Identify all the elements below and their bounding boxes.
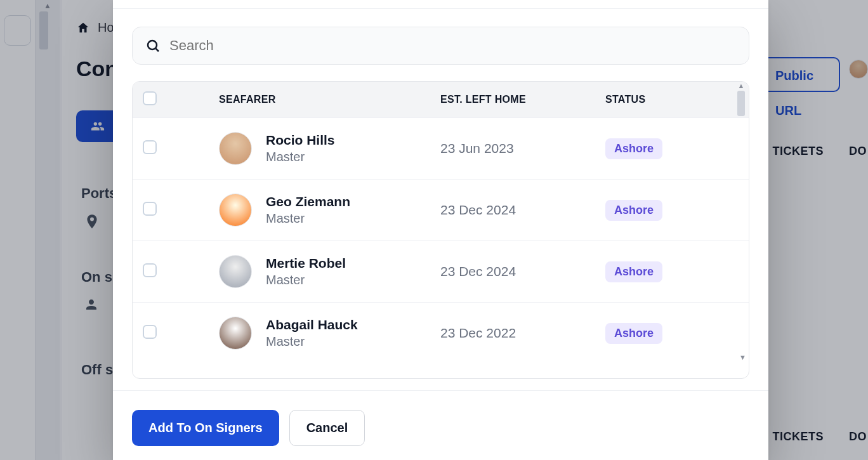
scroll-thumb[interactable] xyxy=(737,91,745,116)
est-left-home-value: 23 Jun 2023 xyxy=(440,141,605,156)
seafarer-role: Master xyxy=(266,211,350,226)
seafarer-name: Geo Ziemann xyxy=(266,194,350,209)
seafarer-role: Master xyxy=(266,334,358,349)
scroll-down-icon[interactable]: ▼ xyxy=(739,353,746,361)
seafarer-cell: Rocio Hills Master xyxy=(219,132,440,165)
row-checkbox[interactable] xyxy=(143,202,157,216)
seafarer-table: SEAFARER EST. LEFT HOME STATUS ▲ Rocio H… xyxy=(132,81,749,379)
seafarer-role: Master xyxy=(266,273,346,287)
table-header: SEAFARER EST. LEFT HOME STATUS ▲ xyxy=(133,82,749,117)
row-checkbox[interactable] xyxy=(143,140,157,154)
select-seafarer-modal: SEAFARER EST. LEFT HOME STATUS ▲ Rocio H… xyxy=(113,0,768,460)
seafarer-cell: Abagail Hauck Master xyxy=(219,317,440,350)
svg-line-1 xyxy=(156,49,159,51)
table-scrollbar[interactable]: ▲ xyxy=(736,82,746,117)
status-badge: Ashore xyxy=(605,138,662,159)
seafarer-name: Rocio Hills xyxy=(266,133,335,148)
avatar xyxy=(219,317,252,350)
table-row[interactable]: Rocio Hills Master 23 Jun 2023 Ashore xyxy=(133,117,749,179)
search-icon xyxy=(145,38,161,53)
seafarer-name: Abagail Hauck xyxy=(266,317,358,332)
cancel-button[interactable]: Cancel xyxy=(289,410,365,446)
table-row[interactable]: Geo Ziemann Master 23 Dec 2024 Ashore xyxy=(133,179,749,240)
est-left-home-value: 23 Dec 2024 xyxy=(440,202,605,218)
col-seafarer: SEAFARER xyxy=(219,94,440,105)
est-left-home-value: 23 Dec 2022 xyxy=(440,325,605,341)
col-status: STATUS xyxy=(605,94,739,105)
search-input[interactable] xyxy=(169,37,736,54)
modal-footer: Add To On Signers Cancel xyxy=(113,391,768,460)
seafarer-cell: Mertie Robel Master xyxy=(219,255,440,288)
est-left-home-value: 23 Dec 2024 xyxy=(440,264,605,279)
avatar xyxy=(219,132,252,165)
table-rows: Rocio Hills Master 23 Jun 2023 Ashore Ge… xyxy=(133,117,749,364)
col-est-left-home: EST. LEFT HOME xyxy=(440,94,605,105)
status-badge: Ashore xyxy=(605,261,662,282)
select-all-checkbox[interactable] xyxy=(143,91,157,105)
row-checkbox[interactable] xyxy=(143,325,157,339)
row-checkbox[interactable] xyxy=(143,263,157,277)
status-badge: Ashore xyxy=(605,323,662,344)
seafarer-name: Mertie Robel xyxy=(266,256,346,271)
avatar xyxy=(219,194,252,227)
add-to-on-signers-button[interactable]: Add To On Signers xyxy=(132,410,279,446)
search-field[interactable] xyxy=(132,27,749,65)
table-row[interactable]: Abagail Hauck Master 23 Dec 2022 Ashore xyxy=(133,302,749,364)
table-row[interactable]: Mertie Robel Master 23 Dec 2024 Ashore xyxy=(133,240,749,302)
scroll-up-icon[interactable]: ▲ xyxy=(738,82,745,89)
seafarer-role: Master xyxy=(266,150,335,164)
modal-top-divider xyxy=(113,0,768,9)
seafarer-cell: Geo Ziemann Master xyxy=(219,194,440,227)
modal-body: SEAFARER EST. LEFT HOME STATUS ▲ Rocio H… xyxy=(113,9,768,390)
svg-point-0 xyxy=(148,41,157,49)
status-badge: Ashore xyxy=(605,200,662,221)
avatar xyxy=(219,255,252,288)
